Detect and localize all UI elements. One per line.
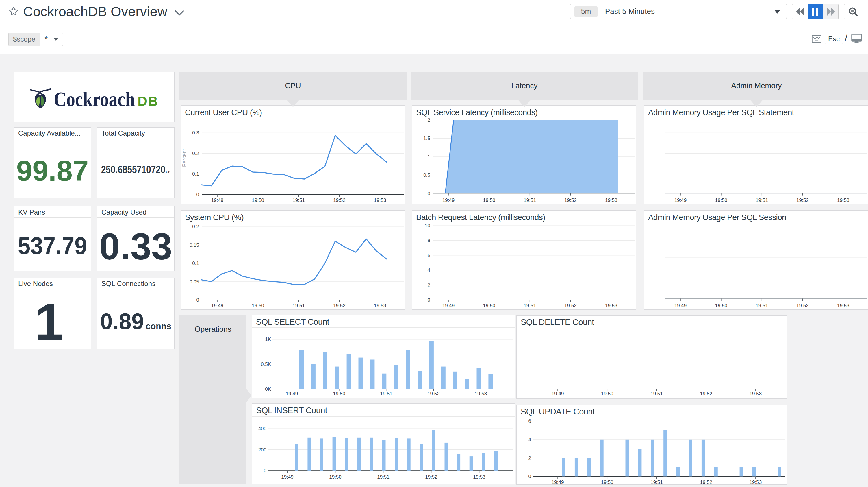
svg-text:19:52: 19:52	[333, 198, 346, 203]
svg-text:0: 0	[264, 468, 267, 474]
svg-text:2: 2	[428, 117, 430, 123]
svg-text:19:49: 19:49	[552, 391, 564, 397]
svg-text:400: 400	[258, 426, 267, 431]
svg-text:0.5: 0.5	[423, 172, 430, 178]
svg-text:19:52: 19:52	[796, 303, 809, 308]
svg-text:19:53: 19:53	[473, 474, 486, 480]
svg-text:19:50: 19:50	[333, 391, 345, 397]
svg-text:1K: 1K	[265, 337, 271, 342]
svg-text:19:53: 19:53	[475, 391, 487, 397]
svg-text:6: 6	[528, 419, 531, 424]
svg-text:Percent: Percent	[182, 149, 187, 167]
svg-text:19:49: 19:49	[674, 198, 687, 203]
svg-text:19:51: 19:51	[377, 474, 390, 480]
svg-text:19:50: 19:50	[329, 474, 342, 480]
svg-text:19:52: 19:52	[700, 480, 712, 485]
svg-text:19:52: 19:52	[796, 198, 809, 203]
svg-text:19:51: 19:51	[380, 391, 393, 397]
svg-text:0.1: 0.1	[192, 261, 199, 266]
svg-text:19:51: 19:51	[650, 391, 663, 397]
svg-text:6: 6	[428, 253, 430, 258]
svg-text:4: 4	[428, 267, 430, 273]
svg-text:1.5: 1.5	[423, 136, 430, 141]
svg-text:19:53: 19:53	[374, 303, 386, 308]
svg-text:19:49: 19:49	[281, 474, 293, 480]
svg-text:0K: 0K	[265, 386, 271, 392]
svg-text:2: 2	[528, 456, 531, 461]
svg-text:19:50: 19:50	[601, 391, 614, 397]
svg-text:19:53: 19:53	[605, 198, 618, 203]
svg-text:19:51: 19:51	[755, 303, 768, 308]
svg-text:19:51: 19:51	[292, 303, 305, 308]
svg-text:200: 200	[258, 447, 267, 453]
svg-text:19:50: 19:50	[715, 303, 727, 308]
svg-text:0.05: 0.05	[190, 279, 199, 285]
svg-text:10: 10	[425, 223, 430, 228]
svg-text:19:52: 19:52	[564, 303, 577, 308]
svg-text:19:52: 19:52	[427, 391, 440, 397]
svg-text:0.3: 0.3	[192, 130, 199, 136]
svg-text:19:50: 19:50	[252, 198, 265, 203]
svg-text:0: 0	[428, 297, 430, 303]
svg-text:0.1: 0.1	[192, 171, 199, 177]
svg-text:0: 0	[428, 191, 430, 196]
svg-text:19:53: 19:53	[374, 198, 386, 203]
svg-text:19:53: 19:53	[749, 480, 762, 485]
svg-text:0.2: 0.2	[192, 224, 199, 229]
svg-text:19:50: 19:50	[252, 303, 265, 308]
svg-text:19:50: 19:50	[483, 198, 496, 203]
svg-text:0: 0	[528, 474, 531, 479]
svg-text:0: 0	[196, 192, 199, 198]
svg-text:19:49: 19:49	[552, 480, 564, 485]
svg-text:19:52: 19:52	[425, 474, 437, 480]
svg-text:19:52: 19:52	[333, 303, 346, 308]
svg-text:19:49: 19:49	[211, 303, 224, 308]
svg-text:19:49: 19:49	[442, 303, 455, 308]
svg-text:19:51: 19:51	[292, 198, 305, 203]
svg-text:19:50: 19:50	[483, 303, 496, 308]
svg-text:19:50: 19:50	[601, 480, 614, 485]
svg-text:19:49: 19:49	[442, 198, 455, 203]
svg-text:19:53: 19:53	[749, 391, 762, 397]
svg-text:19:51: 19:51	[755, 198, 768, 203]
svg-text:19:49: 19:49	[211, 198, 224, 203]
svg-text:19:49: 19:49	[674, 303, 687, 308]
svg-text:19:53: 19:53	[605, 303, 618, 308]
svg-text:19:50: 19:50	[715, 198, 727, 203]
svg-text:0.5K: 0.5K	[261, 362, 271, 367]
svg-text:19:49: 19:49	[286, 391, 298, 397]
svg-text:19:53: 19:53	[837, 303, 849, 308]
svg-text:1: 1	[428, 154, 430, 160]
svg-text:19:51: 19:51	[524, 198, 536, 203]
svg-text:4: 4	[528, 437, 531, 442]
svg-text:2: 2	[428, 283, 430, 288]
svg-text:19:52: 19:52	[564, 198, 577, 203]
svg-text:0: 0	[196, 297, 199, 303]
svg-text:19:51: 19:51	[524, 303, 536, 308]
svg-text:0.2: 0.2	[192, 151, 199, 156]
svg-text:0.15: 0.15	[190, 242, 199, 248]
svg-text:19:52: 19:52	[700, 391, 712, 397]
svg-text:19:51: 19:51	[650, 480, 663, 485]
svg-text:19:53: 19:53	[837, 198, 849, 203]
svg-text:8: 8	[428, 238, 430, 243]
